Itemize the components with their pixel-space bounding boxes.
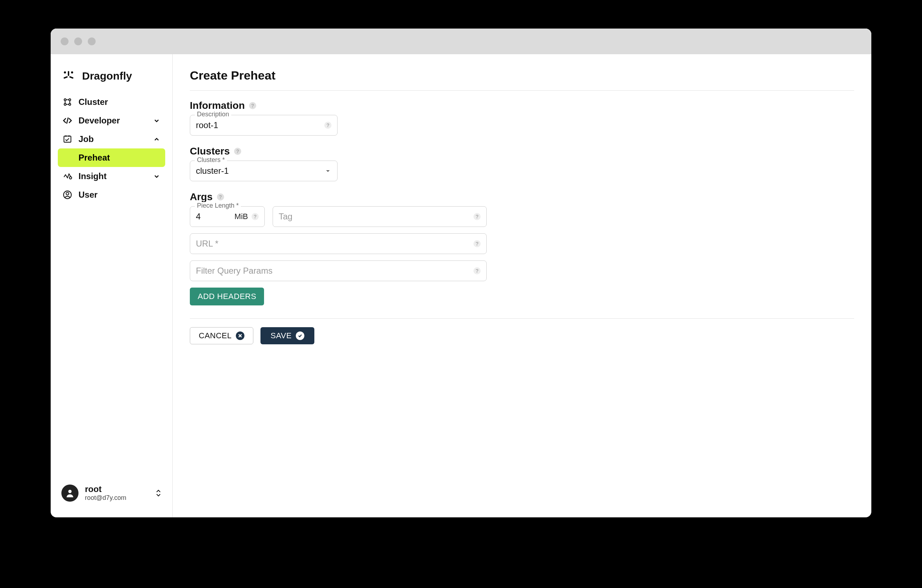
sidebar: Dragonfly Cluster Developer bbox=[51, 54, 173, 517]
sidebar-item-insight[interactable]: Insight bbox=[58, 167, 165, 186]
help-icon[interactable]: ? bbox=[217, 193, 224, 201]
user-menu-toggle-icon[interactable] bbox=[155, 490, 162, 497]
chevron-down-icon bbox=[324, 167, 332, 175]
field-outline: ? bbox=[190, 260, 487, 281]
insight-icon bbox=[63, 172, 72, 181]
chevron-up-icon bbox=[153, 136, 160, 143]
field-clusters: Clusters * cluster-1 bbox=[190, 160, 338, 181]
maximize-window-icon[interactable] bbox=[88, 38, 96, 45]
sidebar-item-label: Preheat bbox=[78, 153, 110, 163]
help-icon[interactable]: ? bbox=[474, 240, 481, 247]
sidebar-item-job[interactable]: Job bbox=[58, 130, 165, 149]
svg-point-12 bbox=[66, 192, 69, 195]
cancel-button[interactable]: CANCEL bbox=[190, 327, 253, 344]
sidebar-nav: Cluster Developer Job bbox=[51, 93, 172, 204]
help-icon[interactable]: ? bbox=[474, 267, 481, 274]
sidebar-item-developer[interactable]: Developer bbox=[58, 111, 165, 130]
dragonfly-logo-icon bbox=[63, 70, 74, 82]
cancel-icon bbox=[236, 332, 244, 340]
help-icon[interactable]: ? bbox=[324, 122, 332, 129]
app-window: Dragonfly Cluster Developer bbox=[51, 29, 871, 517]
code-icon bbox=[63, 116, 72, 125]
field-url: ? bbox=[190, 234, 487, 254]
add-headers-button[interactable]: ADD HEADERS bbox=[190, 287, 264, 305]
main-content: Create Preheat Information ? Description… bbox=[173, 54, 871, 517]
section-heading-label: Clusters bbox=[190, 145, 230, 157]
section-heading-args: Args ? bbox=[190, 191, 854, 203]
divider bbox=[190, 318, 854, 318]
chevron-down-icon bbox=[153, 117, 160, 124]
section-heading-clusters: Clusters ? bbox=[190, 145, 854, 157]
tag-input[interactable] bbox=[279, 212, 474, 222]
svg-point-13 bbox=[68, 490, 71, 493]
avatar bbox=[61, 485, 78, 501]
field-piece-length: Piece Length * MiB ? bbox=[190, 206, 265, 227]
description-input[interactable] bbox=[196, 120, 324, 130]
help-icon[interactable]: ? bbox=[252, 213, 259, 220]
piece-length-input[interactable] bbox=[196, 212, 234, 222]
app-body: Dragonfly Cluster Developer bbox=[51, 54, 871, 517]
svg-point-6 bbox=[69, 99, 71, 101]
job-icon bbox=[63, 134, 72, 144]
brand-name: Dragonfly bbox=[82, 70, 132, 82]
sidebar-sub-job: Preheat bbox=[58, 149, 165, 167]
section-clusters: Clusters ? Clusters * cluster-1 bbox=[190, 145, 854, 181]
section-heading-information: Information ? bbox=[190, 100, 854, 111]
sidebar-spacer bbox=[51, 204, 172, 475]
svg-rect-4 bbox=[69, 76, 74, 79]
svg-point-8 bbox=[69, 103, 71, 105]
titlebar bbox=[51, 29, 871, 54]
clusters-selected-value: cluster-1 bbox=[196, 166, 324, 176]
url-input[interactable] bbox=[196, 239, 474, 249]
field-description: Description ? bbox=[190, 115, 338, 136]
section-information: Information ? Description ? bbox=[190, 100, 854, 136]
user-footer[interactable]: root root@d7y.com bbox=[51, 475, 172, 517]
check-icon bbox=[296, 332, 304, 340]
button-label: SAVE bbox=[270, 331, 291, 340]
sidebar-item-user[interactable]: User bbox=[58, 186, 165, 204]
cluster-icon bbox=[63, 97, 72, 107]
help-icon[interactable]: ? bbox=[249, 102, 256, 109]
field-label: Clusters * bbox=[195, 156, 227, 164]
close-window-icon[interactable] bbox=[60, 38, 69, 45]
sidebar-item-label: Job bbox=[78, 134, 153, 144]
sidebar-item-label: Insight bbox=[78, 171, 153, 181]
svg-point-10 bbox=[69, 176, 72, 179]
svg-rect-3 bbox=[64, 76, 68, 79]
section-args: Args ? Piece Length * MiB ? bbox=[190, 191, 854, 305]
sidebar-item-label: User bbox=[78, 190, 160, 200]
field-tag: ? bbox=[273, 206, 487, 227]
minimize-window-icon[interactable] bbox=[74, 38, 82, 45]
sidebar-item-preheat[interactable]: Preheat bbox=[58, 149, 165, 167]
svg-point-5 bbox=[64, 99, 66, 101]
page-title: Create Preheat bbox=[190, 69, 854, 91]
user-name: root bbox=[85, 484, 149, 494]
svg-point-0 bbox=[64, 71, 66, 74]
svg-rect-9 bbox=[64, 136, 71, 142]
help-icon[interactable]: ? bbox=[474, 213, 481, 220]
help-icon[interactable]: ? bbox=[234, 148, 241, 155]
sidebar-item-cluster[interactable]: Cluster bbox=[58, 93, 165, 111]
user-meta: root root@d7y.com bbox=[85, 484, 149, 501]
field-filter-query: ? bbox=[190, 260, 487, 281]
field-label: Piece Length * bbox=[195, 202, 241, 209]
button-label: ADD HEADERS bbox=[198, 292, 256, 301]
section-heading-label: Args bbox=[190, 191, 213, 203]
piece-length-unit: MiB bbox=[234, 212, 248, 221]
action-row: CANCEL SAVE bbox=[190, 327, 854, 344]
svg-point-7 bbox=[64, 103, 66, 105]
field-label: Description bbox=[195, 111, 231, 118]
field-outline: ? bbox=[273, 206, 487, 227]
section-heading-label: Information bbox=[190, 100, 245, 111]
user-icon bbox=[63, 190, 72, 199]
sidebar-item-label: Developer bbox=[78, 116, 153, 126]
sidebar-item-label: Cluster bbox=[78, 97, 160, 107]
save-button[interactable]: SAVE bbox=[260, 327, 314, 344]
button-label: CANCEL bbox=[199, 331, 232, 340]
svg-rect-2 bbox=[68, 71, 69, 76]
svg-point-1 bbox=[71, 71, 73, 74]
brand: Dragonfly bbox=[51, 64, 172, 93]
filter-query-input[interactable] bbox=[196, 266, 474, 276]
chevron-down-icon bbox=[153, 173, 160, 180]
user-email: root@d7y.com bbox=[85, 494, 149, 501]
